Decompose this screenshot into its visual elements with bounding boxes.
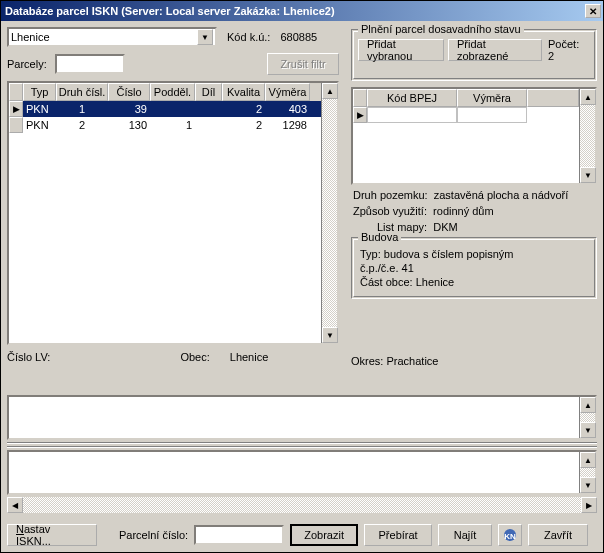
cell: 1 — [56, 103, 108, 115]
svg-text:KN: KN — [504, 532, 516, 541]
cell: 130 — [108, 119, 150, 131]
scroll-down-icon[interactable]: ▼ — [580, 167, 596, 183]
scroll-up-icon[interactable]: ▲ — [580, 397, 596, 413]
info-panel-1: ▲ ▼ — [7, 395, 597, 440]
prebirat-button[interactable]: Přebírat — [364, 524, 432, 546]
main-grid[interactable]: Typ Druh čísl. Číslo Podděl. Díl Kvalita… — [7, 81, 339, 345]
plneni-legend: Plnění parcel dosavadního stavu — [358, 23, 524, 35]
scroll-up-icon[interactable]: ▲ — [322, 83, 338, 99]
col-vymera2[interactable]: Výměra — [457, 89, 527, 107]
parcelni-cislo-input[interactable] — [194, 525, 284, 545]
main-grid-headers: Typ Druh čísl. Číslo Podděl. Díl Kvalita… — [9, 83, 321, 101]
table-row[interactable]: ▶ — [353, 107, 579, 123]
druh-pozemku-value: zastavěná plocha a nádvoří — [434, 189, 569, 201]
cell: 2 — [222, 119, 265, 131]
bottom-toolbar: Nastav ISKN... Parcelní číslo: Zobrazit … — [7, 524, 597, 546]
h-scroll[interactable]: ◀ ▶ — [7, 497, 597, 513]
scroll-down-icon[interactable]: ▼ — [322, 327, 338, 343]
main-grid-body: ▶PKN1392403PKN2130121298 — [9, 101, 321, 133]
scroll-track[interactable] — [580, 468, 595, 477]
divider — [7, 446, 597, 448]
row-marker-icon — [9, 117, 23, 133]
panel1-scroll[interactable]: ▲ ▼ — [579, 397, 595, 438]
budova-fieldset: Budova Typ: budova s číslem popisným č.p… — [351, 237, 597, 299]
zpusob-label: Způsob využití: — [353, 205, 427, 217]
cell: 39 — [108, 103, 150, 115]
zavrit-button[interactable]: Zavřít — [528, 524, 588, 546]
close-icon[interactable]: ✕ — [585, 4, 601, 18]
najit-button[interactable]: Najít — [438, 524, 492, 546]
obec-value: Lhenice — [230, 351, 269, 363]
budova-legend: Budova — [358, 231, 401, 243]
scroll-down-icon[interactable]: ▼ — [580, 422, 596, 438]
col-poddel[interactable]: Podděl. — [150, 83, 195, 101]
cell: 2 — [222, 103, 265, 115]
main-window: Databáze parcel ISKN (Server: Local serv… — [0, 0, 604, 553]
zpusob-value: rodinný dům — [433, 205, 494, 217]
plneni-fieldset: Plnění parcel dosavadního stavu Přidat v… — [351, 29, 597, 81]
budova-typ-label: Typ: — [360, 248, 381, 260]
col-kvalita[interactable]: Kvalita — [222, 83, 265, 101]
scroll-track[interactable] — [580, 413, 595, 422]
parcelni-cislo-label: Parcelní číslo: — [119, 529, 188, 541]
globe-icon: KN — [502, 527, 518, 543]
window-title: Databáze parcel ISKN (Server: Local serv… — [5, 5, 585, 17]
kod-ku-value: 680885 — [280, 31, 317, 43]
scroll-down-icon[interactable]: ▼ — [580, 477, 596, 493]
chevron-down-icon[interactable]: ▼ — [197, 29, 213, 45]
pocet-value: 2 — [548, 50, 579, 62]
scroll-track[interactable] — [23, 497, 581, 513]
zrusit-filtr-button: Zrušit filtr — [267, 53, 339, 75]
col-cislo[interactable]: Číslo — [108, 83, 150, 101]
table-row[interactable]: ▶PKN1392403 — [9, 101, 321, 117]
cell: 1 — [150, 119, 195, 131]
okres-label: Okres: — [351, 355, 383, 367]
cell: 1298 — [265, 119, 310, 131]
locality-combo-value: Lhenice — [11, 31, 197, 43]
cell: 403 — [265, 103, 310, 115]
cell: PKN — [23, 103, 56, 115]
panel2-scroll[interactable]: ▲ ▼ — [579, 452, 595, 493]
bpej-grid-scroll-v[interactable]: ▲ ▼ — [579, 89, 595, 183]
kod-ku-label: Kód k.ú.: — [227, 31, 270, 43]
scroll-track[interactable] — [580, 105, 595, 167]
left-panel: Lhenice ▼ Kód k.ú.: 680885 Parcely: Zruš… — [7, 27, 339, 363]
pridat-zobrazene-button[interactable]: Přidat zobrazené — [448, 39, 542, 61]
col-kod-bpej[interactable]: Kód BPEJ — [367, 89, 457, 107]
info-panel-2: ▲ ▼ — [7, 450, 597, 495]
col-druh[interactable]: Druh čísl. — [56, 83, 108, 101]
col-vymera[interactable]: Výměra — [265, 83, 310, 101]
iskn-icon-button[interactable]: KN — [498, 524, 522, 546]
scroll-up-icon[interactable]: ▲ — [580, 89, 596, 105]
budova-cp-value: 41 — [402, 262, 414, 274]
parcely-label: Parcely: — [7, 58, 47, 70]
main-grid-scroll-v[interactable]: ▲ ▼ — [321, 83, 337, 343]
table-row[interactable]: PKN2130121298 — [9, 117, 321, 133]
cislo-lv-label: Číslo LV: — [7, 351, 50, 363]
budova-cast-label: Část obce: — [360, 276, 413, 288]
divider — [7, 442, 597, 444]
row-marker-icon: ▶ — [353, 107, 367, 123]
col-typ[interactable]: Typ — [23, 83, 56, 101]
row-marker-icon: ▶ — [9, 101, 23, 117]
right-panel: Plnění parcel dosavadního stavu Přidat v… — [351, 27, 597, 367]
parcely-input[interactable] — [55, 54, 125, 74]
nastav-iskn-button[interactable]: Nastav ISKN... — [7, 524, 97, 546]
budova-cast-value: Lhenice — [416, 276, 455, 288]
pridat-vybranou-button[interactable]: Přidat vybranou — [358, 39, 444, 61]
zobrazit-button[interactable]: Zobrazit — [290, 524, 358, 546]
list-mapy-value: DKM — [433, 221, 457, 233]
col-dil[interactable]: Díl — [195, 83, 222, 101]
locality-combo[interactable]: Lhenice ▼ — [7, 27, 217, 47]
scroll-right-icon[interactable]: ▶ — [581, 497, 597, 513]
bpej-grid[interactable]: Kód BPEJ Výměra ▶ — [351, 87, 597, 185]
scroll-left-icon[interactable]: ◀ — [7, 497, 23, 513]
budova-cp-label: č.p./č.e. — [360, 262, 399, 274]
scroll-track[interactable] — [322, 99, 337, 327]
scroll-up-icon[interactable]: ▲ — [580, 452, 596, 468]
pocet-label: Počet: — [548, 38, 579, 50]
titlebar[interactable]: Databáze parcel ISKN (Server: Local serv… — [1, 1, 603, 21]
cell: 2 — [56, 119, 108, 131]
cell: PKN — [23, 119, 56, 131]
obec-label: Obec: — [180, 351, 209, 363]
